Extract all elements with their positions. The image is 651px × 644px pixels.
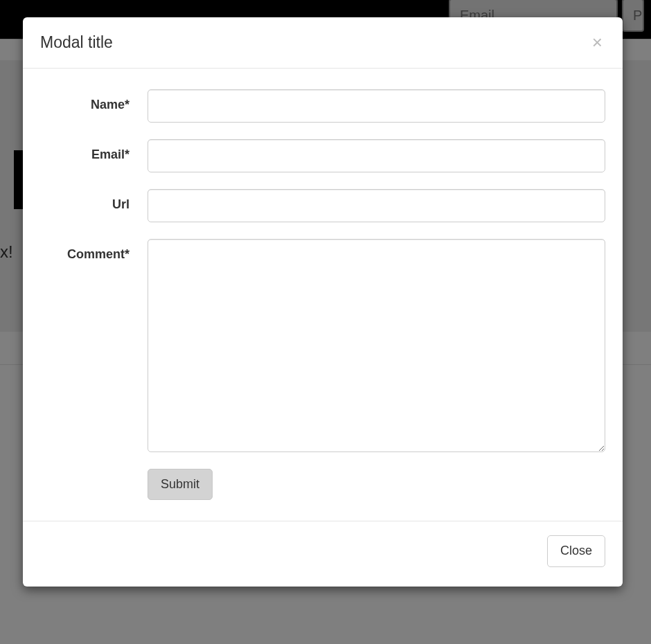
modal-header: Modal title × bbox=[23, 17, 623, 69]
close-icon[interactable]: × bbox=[589, 33, 605, 51]
modal-title: Modal title bbox=[40, 31, 113, 54]
form-group-name: Name* bbox=[30, 89, 605, 123]
form-group-comment: Comment* bbox=[30, 239, 605, 452]
submit-row: Submit bbox=[30, 469, 605, 500]
url-input[interactable] bbox=[148, 189, 605, 222]
form-group-email: Email* bbox=[30, 139, 605, 172]
modal-footer: Close bbox=[23, 521, 623, 586]
submit-button[interactable]: Submit bbox=[148, 469, 213, 500]
comment-label: Comment* bbox=[30, 239, 148, 264]
modal-body: Name* Email* Url Comment* Submit bbox=[23, 69, 623, 521]
form-group-url: Url bbox=[30, 189, 605, 222]
comment-textarea[interactable] bbox=[148, 239, 605, 452]
name-input[interactable] bbox=[148, 89, 605, 123]
close-button[interactable]: Close bbox=[547, 535, 605, 566]
email-input[interactable] bbox=[148, 139, 605, 172]
name-label: Name* bbox=[30, 89, 148, 114]
email-label: Email* bbox=[30, 139, 148, 164]
url-label: Url bbox=[30, 189, 148, 214]
modal-dialog: Modal title × Name* Email* Url Comment* bbox=[23, 17, 623, 587]
